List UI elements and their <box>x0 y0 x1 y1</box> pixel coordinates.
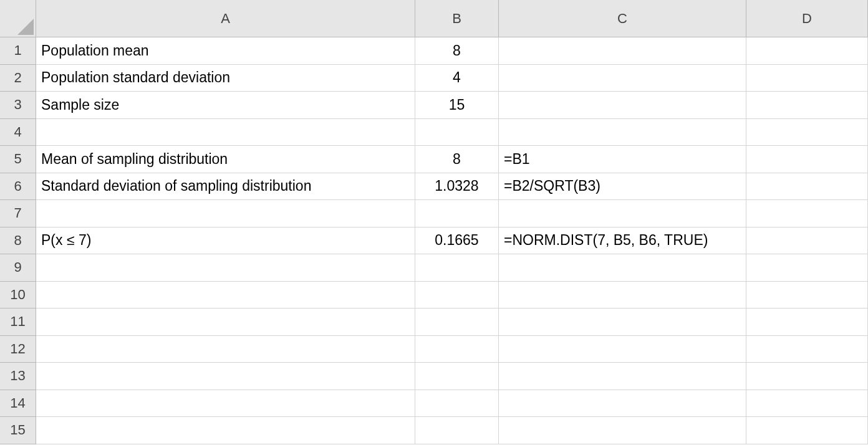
cell-d1[interactable] <box>746 37 868 65</box>
cell-a12[interactable] <box>36 336 415 363</box>
row-header-14[interactable]: 14 <box>0 390 36 418</box>
cell-a2[interactable]: Population standard deviation <box>36 65 415 92</box>
cell-d3[interactable] <box>746 92 868 119</box>
spreadsheet-grid: A B C D 1 Population mean 8 2 Population… <box>0 0 868 444</box>
cell-b6[interactable]: 1.0328 <box>415 173 499 201</box>
cell-b8[interactable]: 0.1665 <box>415 227 499 255</box>
row-header-13[interactable]: 13 <box>0 363 36 390</box>
cell-d8[interactable] <box>746 227 868 255</box>
cell-c13[interactable] <box>499 363 746 390</box>
cell-c10[interactable] <box>499 282 746 309</box>
cell-a9[interactable] <box>36 254 415 282</box>
cell-c3[interactable] <box>499 92 746 119</box>
cell-a11[interactable] <box>36 309 415 336</box>
cell-c2[interactable] <box>499 65 746 92</box>
cell-b2[interactable]: 4 <box>415 65 499 92</box>
cell-d5[interactable] <box>746 146 868 173</box>
cell-a15[interactable] <box>36 417 415 444</box>
cell-b12[interactable] <box>415 336 499 363</box>
cell-b1[interactable]: 8 <box>415 37 499 65</box>
column-header-a[interactable]: A <box>36 0 415 37</box>
cell-d6[interactable] <box>746 173 868 201</box>
row-header-11[interactable]: 11 <box>0 309 36 336</box>
cell-d9[interactable] <box>746 254 868 282</box>
cell-d13[interactable] <box>746 363 868 390</box>
cell-b5[interactable]: 8 <box>415 146 499 173</box>
row-header-15[interactable]: 15 <box>0 417 36 444</box>
cell-d10[interactable] <box>746 282 868 309</box>
cell-a14[interactable] <box>36 390 415 418</box>
cell-d14[interactable] <box>746 390 868 418</box>
row-header-8[interactable]: 8 <box>0 227 36 255</box>
cell-d4[interactable] <box>746 119 868 146</box>
cell-d2[interactable] <box>746 65 868 92</box>
cell-b14[interactable] <box>415 390 499 418</box>
cell-a13[interactable] <box>36 363 415 390</box>
cell-b4[interactable] <box>415 119 499 146</box>
cell-b15[interactable] <box>415 417 499 444</box>
cell-c14[interactable] <box>499 390 746 418</box>
cell-c11[interactable] <box>499 309 746 336</box>
cell-c6[interactable]: =B2/SQRT(B3) <box>499 173 746 201</box>
cell-a3[interactable]: Sample size <box>36 92 415 119</box>
cell-c15[interactable] <box>499 417 746 444</box>
column-header-d[interactable]: D <box>746 0 868 37</box>
cell-d12[interactable] <box>746 336 868 363</box>
cell-c8[interactable]: =NORM.DIST(7, B5, B6, TRUE) <box>499 227 746 255</box>
select-all-triangle-icon <box>17 19 34 35</box>
row-header-3[interactable]: 3 <box>0 92 36 119</box>
cell-a6[interactable]: Standard deviation of sampling distribut… <box>36 173 415 201</box>
row-header-9[interactable]: 9 <box>0 254 36 282</box>
cell-d7[interactable] <box>746 200 868 227</box>
row-header-6[interactable]: 6 <box>0 173 36 201</box>
row-header-7[interactable]: 7 <box>0 200 36 227</box>
row-header-4[interactable]: 4 <box>0 119 36 146</box>
cell-a7[interactable] <box>36 200 415 227</box>
cell-b3[interactable]: 15 <box>415 92 499 119</box>
cell-c9[interactable] <box>499 254 746 282</box>
row-header-12[interactable]: 12 <box>0 336 36 363</box>
cell-b11[interactable] <box>415 309 499 336</box>
row-header-5[interactable]: 5 <box>0 146 36 173</box>
cell-b10[interactable] <box>415 282 499 309</box>
cell-c12[interactable] <box>499 336 746 363</box>
cell-a8[interactable]: P(x ≤ 7) <box>36 227 415 255</box>
column-header-b[interactable]: B <box>415 0 499 37</box>
cell-a4[interactable] <box>36 119 415 146</box>
row-header-10[interactable]: 10 <box>0 282 36 309</box>
cell-c5[interactable]: =B1 <box>499 146 746 173</box>
cell-c7[interactable] <box>499 200 746 227</box>
cell-a1[interactable]: Population mean <box>36 37 415 65</box>
select-all-corner[interactable] <box>0 0 36 37</box>
cell-c4[interactable] <box>499 119 746 146</box>
cell-a5[interactable]: Mean of sampling distribution <box>36 146 415 173</box>
cell-a10[interactable] <box>36 282 415 309</box>
cell-d15[interactable] <box>746 417 868 444</box>
row-header-2[interactable]: 2 <box>0 65 36 92</box>
cell-d11[interactable] <box>746 309 868 336</box>
row-header-1[interactable]: 1 <box>0 37 36 65</box>
cell-c1[interactable] <box>499 37 746 65</box>
cell-b9[interactable] <box>415 254 499 282</box>
cell-b13[interactable] <box>415 363 499 390</box>
cell-b7[interactable] <box>415 200 499 227</box>
column-header-c[interactable]: C <box>499 0 746 37</box>
